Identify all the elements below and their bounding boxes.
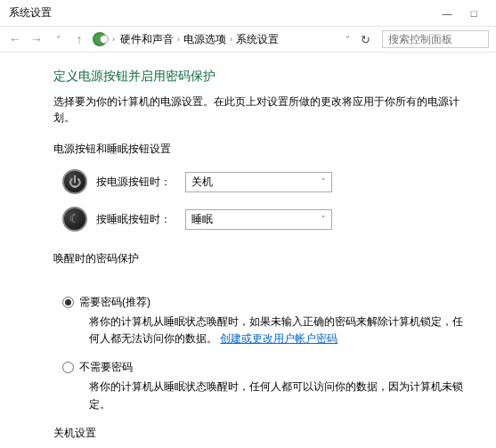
breadcrumb-item-2[interactable]: 电源选项 <box>183 32 226 47</box>
radio-icon <box>62 362 74 373</box>
chevron-down-icon: ˅ <box>321 177 326 186</box>
chevron-right-icon: › <box>177 35 180 44</box>
radio-description: 将你的计算机从睡眠状态唤醒时，任何人都可以访问你的数据，因为计算机未锁定。 <box>89 379 469 412</box>
search-input[interactable] <box>382 30 489 48</box>
sleep-button-row: 按睡眠按钮时： 睡眠 ˅ <box>53 207 469 232</box>
radio-label: 需要密码(推荐) <box>79 295 150 310</box>
minimize-button[interactable]: — <box>434 8 460 19</box>
breadcrumb-item-1[interactable]: 硬件和声音 <box>120 32 174 47</box>
chevron-right-icon: › <box>230 35 232 44</box>
sleep-button-label: 按睡眠按钮时： <box>96 212 176 227</box>
sleep-icon <box>62 207 87 232</box>
power-icon <box>62 169 87 194</box>
radio-description: 将你的计算机从睡眠状态唤醒时，如果未输入正确的密码来解除计算机锁定，任何人都无法… <box>89 314 469 347</box>
section-header-shutdown: 关机设置 <box>53 426 469 441</box>
sleep-button-dropdown[interactable]: 睡眠 ˅ <box>185 209 332 230</box>
divider <box>53 279 469 282</box>
chevron-right-icon: › <box>112 35 115 44</box>
breadcrumb-dropdown[interactable]: ˅ <box>339 31 355 47</box>
section-header-buttons: 电源按钮和睡眠按钮设置 <box>53 142 469 157</box>
window-titlebar: 系统设置 — □ <box>0 0 496 27</box>
page-title: 定义电源按钮并启用密码保护 <box>53 69 469 85</box>
radio-icon <box>62 297 74 308</box>
power-dropdown-value: 关机 <box>191 175 213 190</box>
password-radio-group: 需要密码(推荐) 将你的计算机从睡眠状态唤醒时，如果未输入正确的密码来解除计算机… <box>53 295 469 413</box>
radio-no-password[interactable]: 不需要密码 <box>62 360 469 375</box>
breadcrumb[interactable]: 硬件和声音 › 电源选项 › 系统设置 <box>120 32 334 47</box>
forward-button[interactable]: → <box>28 31 45 47</box>
radio-label: 不需要密码 <box>79 360 133 375</box>
sleep-dropdown-value: 睡眠 <box>191 212 213 227</box>
refresh-button[interactable]: ↻ <box>361 33 377 46</box>
create-password-link[interactable]: 创建或更改用户帐户密码 <box>220 332 337 345</box>
power-button-row: 按电源按钮时： 关机 ˅ <box>53 169 469 194</box>
power-button-dropdown[interactable]: 关机 ˅ <box>185 172 332 192</box>
control-panel-icon <box>93 32 107 46</box>
maximize-button[interactable]: □ <box>460 8 487 19</box>
page-description: 选择要为你的计算机的电源设置。在此页上对设置所做的更改将应用于你所有的电源计划。 <box>53 94 469 126</box>
radio-require-password[interactable]: 需要密码(推荐) <box>62 295 469 310</box>
window-title: 系统设置 <box>9 5 434 20</box>
back-button[interactable]: ← <box>7 31 23 47</box>
chevron-down-icon: ˅ <box>321 215 326 224</box>
nav-bar: ← → ˅ ↑ › 硬件和声音 › 电源选项 › 系统设置 ˅ ↻ <box>0 27 496 53</box>
up-button[interactable]: ↑ <box>71 31 87 47</box>
recent-dropdown[interactable]: ˅ <box>50 31 66 47</box>
section-header-password: 唤醒时的密码保护 <box>53 251 469 266</box>
content-area: 定义电源按钮并启用密码保护 选择要为你的计算机的电源设置。在此页上对设置所做的更… <box>0 53 496 448</box>
power-button-label: 按电源按钮时： <box>96 175 176 190</box>
breadcrumb-item-3[interactable]: 系统设置 <box>236 32 279 47</box>
